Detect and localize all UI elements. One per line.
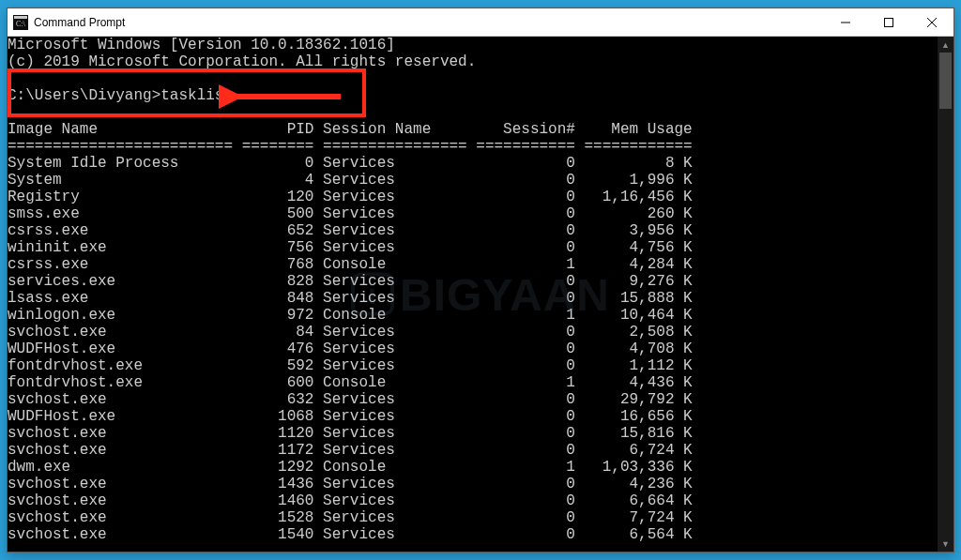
console-output[interactable]: Microsoft Windows [Version 10.0.18362.10… <box>8 37 938 552</box>
window-controls <box>824 8 953 36</box>
scroll-track[interactable] <box>938 53 953 536</box>
scroll-thumb[interactable] <box>939 53 952 109</box>
minimize-button[interactable] <box>824 8 867 36</box>
vertical-scrollbar[interactable]: ▲ ▼ <box>938 37 953 552</box>
scroll-down-arrow[interactable]: ▼ <box>938 536 953 552</box>
close-button[interactable] <box>910 8 953 36</box>
titlebar[interactable]: C:\ Command Prompt <box>8 8 953 37</box>
app-icon: C:\ <box>13 15 28 30</box>
svg-rect-4 <box>885 18 893 26</box>
scroll-up-arrow[interactable]: ▲ <box>938 37 953 53</box>
console-area: Microsoft Windows [Version 10.0.18362.10… <box>8 37 953 552</box>
window-title: Command Prompt <box>34 16 824 29</box>
command-prompt-window: C:\ Command Prompt Microsoft Windows [Ve… <box>7 8 954 552</box>
svg-rect-1 <box>14 16 27 19</box>
maximize-button[interactable] <box>867 8 910 36</box>
svg-text:C:\: C:\ <box>16 20 26 28</box>
